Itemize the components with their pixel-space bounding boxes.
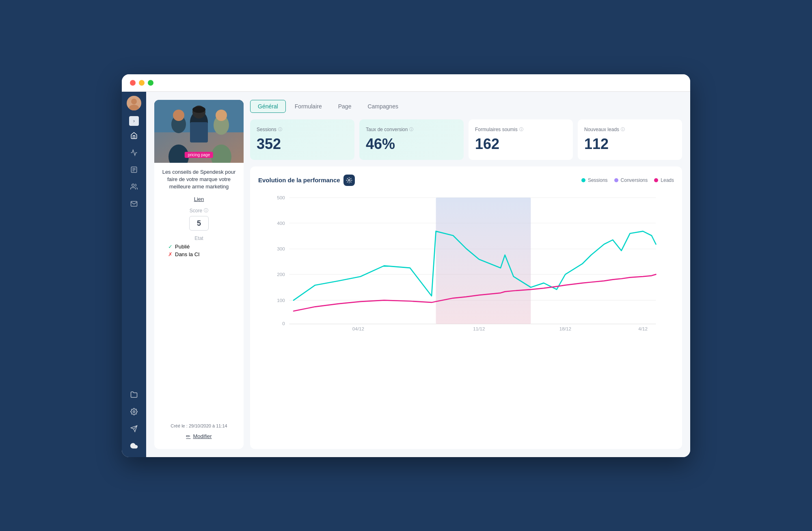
sidebar-item-cloud[interactable] [127, 438, 141, 453]
sidebar-item-send[interactable] [127, 421, 141, 436]
svg-text:300: 300 [277, 246, 285, 251]
maximize-dot[interactable] [148, 80, 153, 86]
close-dot[interactable] [130, 80, 136, 86]
chart-settings-icon[interactable] [343, 175, 355, 186]
chart-section: Evolution de la performance [250, 166, 682, 449]
score-value: 5 [189, 216, 209, 231]
sidebar-item-files[interactable] [127, 387, 141, 402]
stat-formulaires: Formulaires soumis ⓘ 162 [469, 119, 573, 160]
sidebar: › [122, 92, 146, 457]
legend-leads: Leads [654, 177, 674, 183]
svg-point-7 [133, 410, 135, 412]
svg-text:0: 0 [282, 321, 285, 326]
pricing-tag: pricing page [185, 152, 213, 158]
modifier-button[interactable]: ✏ Modifier [160, 433, 238, 439]
sidebar-item-content[interactable] [127, 162, 141, 177]
sidebar-item-analytics[interactable] [127, 145, 141, 160]
svg-point-23 [348, 179, 350, 181]
tab-campagnes[interactable]: Campagnes [360, 100, 406, 112]
svg-point-14 [173, 110, 184, 121]
svg-point-20 [216, 110, 227, 121]
chart-container: 500 400 300 200 100 0 [258, 192, 674, 330]
legend-leads-dot [654, 178, 658, 182]
left-panel: pricing page Les conseils de Spendesk po… [154, 100, 244, 449]
svg-point-22 [192, 106, 205, 113]
sidebar-item-people[interactable] [127, 179, 141, 194]
stat-leads: Nouveaux leads ⓘ 112 [578, 119, 682, 160]
score-label: Score ⓘ [190, 207, 208, 214]
browser-window: › [122, 74, 690, 457]
content-thumbnail: pricing page [154, 100, 244, 163]
edit-icon: ✏ [186, 433, 190, 439]
chart-legend: Sessions Conversions Leads [581, 177, 674, 183]
stat-conversion: Taux de conversion ⓘ 46% [359, 119, 464, 160]
tabs-row: Général Formulaire Page Campagnes [250, 100, 682, 113]
app-container: › [122, 92, 690, 457]
created-info: Créé le : 29/10/2020 à 11:14 [160, 423, 238, 428]
content-link[interactable]: Lien [194, 196, 204, 202]
tab-formulaire[interactable]: Formulaire [287, 100, 329, 112]
legend-conversions-dot [614, 178, 618, 182]
stat-sessions-title: Sessions ⓘ [257, 127, 348, 132]
stat-sessions: Sessions ⓘ 352 [250, 119, 354, 160]
svg-text:4/12: 4/12 [638, 326, 648, 330]
score-section: Score ⓘ 5 [160, 207, 238, 231]
svg-text:04/12: 04/12 [352, 326, 364, 330]
check-icon: ✓ [168, 244, 173, 250]
legend-sessions-dot [581, 178, 585, 182]
svg-text:11/12: 11/12 [473, 326, 485, 330]
stat-sessions-value: 352 [257, 136, 348, 153]
svg-point-6 [132, 184, 134, 186]
etat-ci: ✗ Dans la CI [168, 251, 238, 257]
minimize-dot[interactable] [139, 80, 145, 86]
etat-publie-label: Publié [175, 244, 190, 250]
svg-point-0 [131, 99, 137, 104]
tab-page[interactable]: Page [331, 100, 359, 112]
etat-ci-label: Dans la CI [175, 251, 200, 257]
x-icon: ✗ [168, 251, 173, 257]
sidebar-item-mail[interactable] [127, 196, 141, 211]
legend-sessions: Sessions [581, 177, 608, 183]
svg-text:500: 500 [277, 195, 285, 200]
stat-conversion-title: Taux de conversion ⓘ [366, 127, 457, 132]
stat-conversion-value: 46% [366, 136, 457, 153]
main-content: pricing page Les conseils de Spendesk po… [146, 92, 690, 457]
svg-text:400: 400 [277, 220, 285, 225]
link-section: Lien [160, 195, 238, 203]
chart-title: Evolution de la performance [258, 175, 355, 186]
svg-rect-18 [190, 122, 208, 142]
stat-leads-value: 112 [584, 136, 676, 153]
svg-text:18/12: 18/12 [559, 326, 571, 330]
avatar[interactable] [127, 96, 141, 110]
svg-text:100: 100 [277, 297, 285, 302]
etat-publie: ✓ Publié [168, 244, 238, 250]
stat-formulaires-title: Formulaires soumis ⓘ [475, 127, 566, 132]
etat-label: Etat [194, 235, 203, 241]
legend-conversions: Conversions [614, 177, 648, 183]
etat-items: ✓ Publié ✗ Dans la CI [160, 244, 238, 257]
sidebar-item-settings[interactable] [127, 404, 141, 419]
tab-general[interactable]: Général [250, 100, 286, 113]
performance-chart: 500 400 300 200 100 0 [258, 192, 674, 330]
stat-formulaires-value: 162 [475, 136, 566, 153]
right-panel: Général Formulaire Page Campagnes Sessio… [250, 100, 682, 449]
chart-header: Evolution de la performance [258, 175, 674, 186]
sidebar-item-home[interactable] [127, 128, 141, 143]
etat-section: Etat ✓ Publié ✗ Dans la CI [160, 235, 238, 257]
sidebar-collapse-button[interactable]: › [129, 116, 139, 126]
browser-chrome [122, 74, 690, 92]
left-panel-body: Les conseils de Spendesk pour faire de v… [154, 163, 244, 449]
stat-leads-title: Nouveaux leads ⓘ [584, 127, 676, 132]
content-title: Les conseils de Spendesk pour faire de v… [160, 168, 238, 191]
stats-row: Sessions ⓘ 352 Taux de conversion ⓘ 46% [250, 119, 682, 160]
svg-text:200: 200 [277, 272, 285, 277]
svg-point-1 [129, 105, 139, 110]
